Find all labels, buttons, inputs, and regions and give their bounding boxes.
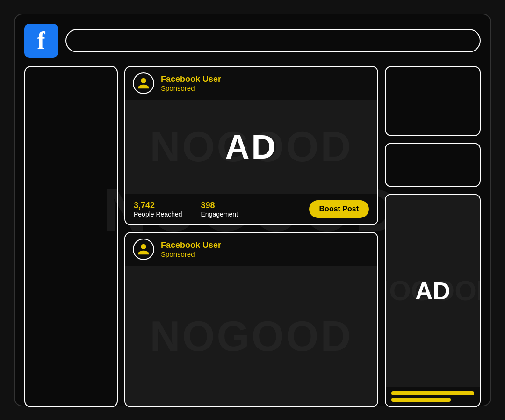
- right-box-1: [385, 66, 481, 136]
- ad1-label: AD: [225, 128, 278, 166]
- center-feed: Facebook User Sponsored NOGOOD AD 3,742 …: [124, 66, 378, 407]
- ad2-sponsored: Sponsored: [161, 250, 221, 258]
- yellow-line-1: [391, 391, 474, 395]
- ad2-user-info: Facebook User Sponsored: [161, 240, 221, 258]
- ad2-avatar: [133, 239, 154, 260]
- engagement-stat: 398 Engagement: [201, 201, 238, 218]
- engagement-label: Engagement: [201, 210, 238, 218]
- boost-post-button[interactable]: Boost Post: [309, 200, 369, 218]
- right-ad-bottom: [386, 387, 480, 406]
- user-icon-2: [137, 243, 150, 256]
- user-icon: [137, 77, 150, 90]
- fb-logo-letter: f: [37, 29, 45, 53]
- yellow-line-2: [391, 398, 451, 402]
- right-box-2: [385, 143, 481, 187]
- ad2-image-area: NOGOOD: [125, 266, 377, 406]
- reach-label: People Reached: [134, 210, 182, 218]
- ad1-avatar: [133, 72, 154, 94]
- right-sidebar: NOGOOD AD: [385, 66, 481, 407]
- ad-card-2: Facebook User Sponsored NOGOOD: [124, 232, 378, 407]
- ad1-user-info: Facebook User Sponsored: [161, 74, 221, 92]
- right-ad-label: AD: [415, 277, 450, 305]
- left-sidebar: [24, 66, 118, 407]
- ad-card-1: Facebook User Sponsored NOGOOD AD 3,742 …: [124, 66, 378, 225]
- reach-stat: 3,742 People Reached: [134, 201, 182, 218]
- main-layout: Facebook User Sponsored NOGOOD AD 3,742 …: [24, 66, 481, 407]
- facebook-logo: f: [24, 24, 58, 58]
- ad1-user-name: Facebook User: [161, 74, 221, 84]
- ad1-stats-bar: 3,742 People Reached 398 Engagement Boos…: [125, 194, 377, 224]
- ad2-watermark: NOGOOD: [150, 312, 353, 361]
- right-ad-box: NOGOOD AD: [385, 194, 481, 407]
- search-bar[interactable]: [65, 29, 481, 52]
- right-ad-content: NOGOOD AD: [386, 195, 480, 387]
- ad1-image-area: NOGOOD AD: [125, 100, 377, 194]
- engagement-value: 398: [201, 201, 238, 210]
- ad1-header: Facebook User Sponsored: [125, 67, 377, 100]
- ad2-user-name: Facebook User: [161, 240, 221, 250]
- outer-frame: NOGOOD f Facebook User: [14, 14, 491, 406]
- reach-value: 3,742: [134, 201, 182, 210]
- header: f: [24, 24, 481, 58]
- ad2-header: Facebook User Sponsored: [125, 233, 377, 266]
- ad1-sponsored: Sponsored: [161, 84, 221, 92]
